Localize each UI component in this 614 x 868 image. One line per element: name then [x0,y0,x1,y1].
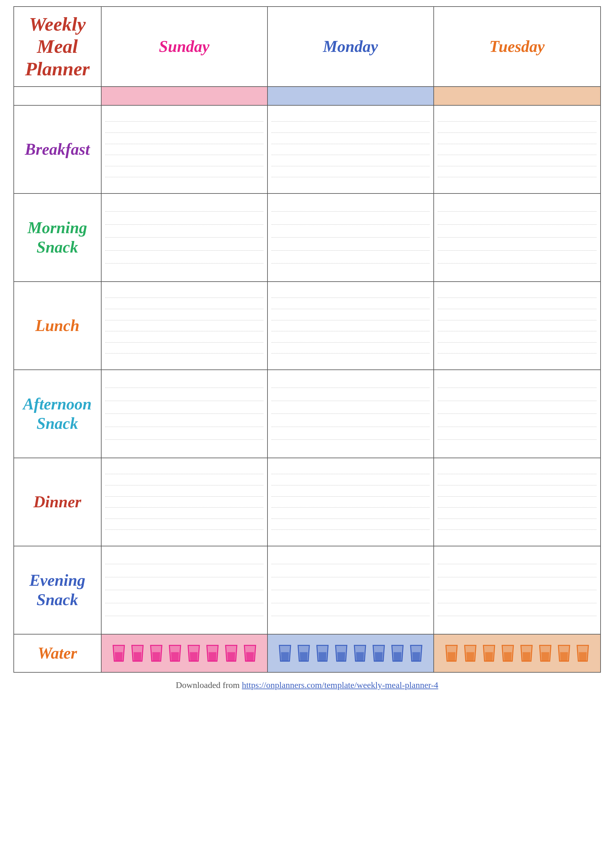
dotted-line [105,132,264,133]
meal-content-0-day-0[interactable] [102,106,268,193]
glass-svg [111,644,127,663]
dotted-line [438,144,597,144]
dotted-line [271,224,429,225]
glass-svg [556,644,572,663]
meal-content-2-day-2[interactable] [434,282,600,370]
title-cell: WeeklyMeal Planner [14,7,102,86]
meal-row-1: MorningSnack [14,193,601,281]
dotted-line [271,342,429,343]
dotted-line [438,342,597,343]
color-bar-sunday [102,87,268,105]
meal-row-5: EveningSnack [14,546,601,634]
dotted-line [438,519,597,519]
meal-content-1-day-0[interactable] [102,194,268,281]
meal-content-0-day-1[interactable] [268,106,434,193]
dotted-line [271,155,429,155]
dotted-line [105,496,264,497]
meal-label-cell-4: Dinner [14,458,102,546]
meal-content-4-day-2[interactable] [434,458,600,546]
dotted-line [105,155,264,155]
water-label: Water [37,644,77,663]
dotted-line [271,564,429,564]
water-label-cell: Water [14,635,102,672]
meal-content-2-day-1[interactable] [268,282,434,370]
dotted-line [271,298,429,298]
meal-label-text-2: Lunch [35,316,80,335]
meal-content-5-day-1[interactable] [268,547,434,634]
meal-label-text-4: Dinner [33,492,81,512]
water-content-tuesday [434,635,600,672]
color-bar-monday [268,87,434,105]
meal-label-cell-1: MorningSnack [14,194,102,281]
footer-link[interactable]: https://onplanners.com/template/weekly-m… [242,680,438,690]
dotted-line [271,507,429,508]
meal-label-cell-3: AfternoonSnack [14,370,102,458]
meal-label-text-5: EveningSnack [29,571,85,610]
dotted-line [271,529,429,530]
dotted-line [438,263,597,264]
dotted-line [438,603,597,603]
dotted-line [105,519,264,519]
glass-svg [223,644,239,663]
meal-content-3-day-2[interactable] [434,370,600,458]
meal-label-text-0: Breakfast [25,140,90,159]
meal-content-1-day-1[interactable] [268,194,434,281]
dotted-line [105,144,264,144]
glass-svg [277,644,293,663]
meal-row-0: Breakfast [14,105,601,193]
meal-content-4-day-1[interactable] [268,458,434,546]
dotted-line [105,250,264,251]
dotted-line [105,320,264,320]
dotted-line [438,564,597,564]
dotted-line [438,413,597,414]
glass-svg [371,644,387,663]
dotted-line [271,603,429,603]
meal-content-4-day-0[interactable] [102,458,268,546]
glass-svg [518,644,535,663]
glass-svg [481,644,497,663]
dotted-line [271,263,429,264]
color-bar-tuesday [434,87,600,105]
dotted-line [105,603,264,603]
dotted-line [105,427,264,427]
dotted-line [438,166,597,166]
dotted-line [438,177,597,177]
dotted-line [438,353,597,354]
dotted-line [271,590,429,590]
dotted-line [105,507,264,508]
dotted-line [105,237,264,238]
dotted-line [438,496,597,497]
water-row: Water [14,634,601,672]
meal-content-3-day-1[interactable] [268,370,434,458]
dotted-line [438,401,597,401]
meal-content-5-day-0[interactable] [102,547,268,634]
meal-content-0-day-2[interactable] [434,106,600,193]
meal-content-2-day-0[interactable] [102,282,268,370]
dotted-line [105,224,264,225]
meal-label-cell-0: Breakfast [14,106,102,193]
meal-label-text-3: AfternoonSnack [23,394,92,433]
day-header-tuesday: Tuesday [434,7,600,86]
glass-svg [575,644,591,663]
day-header-monday: Monday [268,7,434,86]
glass-svg [296,644,312,663]
meal-content-5-day-2[interactable] [434,547,600,634]
dotted-line [438,320,597,320]
meal-content-3-day-0[interactable] [102,370,268,458]
planner-container: WeeklyMeal Planner Sunday Monday Tuesday… [14,6,601,672]
meal-content-1-day-2[interactable] [434,194,600,281]
dotted-line [105,388,264,388]
meal-rows-container: BreakfastMorningSnackLunchAfternoonSnack… [14,105,601,634]
dotted-line [271,496,429,497]
footer: Downloaded from https://onplanners.com/t… [176,680,439,690]
dotted-line [271,427,429,427]
dotted-line [271,132,429,133]
planner-title: WeeklyMeal Planner [20,13,95,80]
dotted-line [438,616,597,616]
dotted-line [105,342,264,343]
glass-svg [242,644,258,663]
dotted-line [438,474,597,474]
header-row: WeeklyMeal Planner Sunday Monday Tuesday [14,6,601,86]
water-content-monday [268,635,434,672]
dotted-line [105,413,264,414]
